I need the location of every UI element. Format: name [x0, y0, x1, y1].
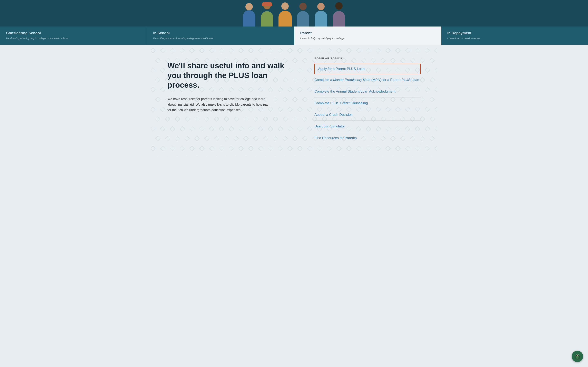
svg-point-6: [576, 355, 577, 356]
main-content: We'll share useful info and walk you thr…: [151, 45, 437, 156]
tab-in-school-desc: I'm in the process of earning a degree o…: [153, 36, 288, 40]
svg-point-13: [576, 356, 579, 359]
topic-appeal-credit-text: Appeal a Credit Decision: [314, 113, 353, 117]
topic-loan-simulator[interactable]: Use Loan Simulator: [314, 121, 421, 132]
owl-icon: [574, 353, 581, 360]
hero-banner: [0, 0, 588, 26]
topic-annual-acknowledgment[interactable]: Complete the Annual Student Loan Acknowl…: [314, 86, 421, 98]
topic-appeal-credit[interactable]: Appeal a Credit Decision: [314, 109, 421, 121]
tab-in-school-title: In School: [153, 31, 288, 35]
tab-in-repayment-desc: I have loans I need to repay.: [447, 36, 582, 40]
page-body-text: We have resources for parents looking to…: [167, 96, 269, 113]
tab-considering-school-desc: I'm thinking about going to college or a…: [6, 36, 141, 40]
svg-marker-2: [576, 353, 577, 354]
topic-resources-parents-text: Find Resources for Parents: [314, 136, 357, 140]
topic-apply-parent-plus[interactable]: Apply for a Parent PLUS Loan: [314, 64, 421, 74]
nav-tabs: Considering School I'm thinking about go…: [0, 26, 588, 45]
hero-illustration: [233, 0, 355, 26]
left-section: We'll share useful info and walk you thr…: [167, 57, 298, 144]
hero-person-6: [331, 2, 347, 26]
tab-parent[interactable]: Parent I want to help my child pay for c…: [294, 26, 441, 45]
tab-considering-school[interactable]: Considering School I'm thinking about go…: [0, 26, 147, 45]
tab-considering-school-title: Considering School: [6, 31, 141, 35]
topic-complete-mpn-italic: Master Promissory Note: [333, 78, 370, 82]
hero-person-3: [277, 2, 293, 26]
topic-loan-simulator-text: Use Loan Simulator: [314, 124, 345, 128]
svg-point-9: [578, 355, 579, 355]
topic-annual-acknowledgment-text: Complete the Annual Student Loan Acknowl…: [314, 90, 396, 93]
tab-parent-desc: I want to help my child pay for college.: [300, 36, 435, 40]
svg-point-8: [577, 355, 577, 355]
popular-topics-label: POPULAR TOPICS: [314, 57, 421, 60]
hero-person-1: [241, 2, 257, 26]
hero-person-5: [313, 2, 329, 26]
topic-plus-credit-counseling[interactable]: Complete PLUS Credit Counseling: [314, 98, 421, 109]
tab-parent-title: Parent: [300, 31, 435, 35]
popular-topics-section: POPULAR TOPICS Apply for a Parent PLUS L…: [314, 57, 421, 144]
topic-complete-mpn[interactable]: Complete a Master Promissory Note (MPN) …: [314, 74, 421, 86]
svg-marker-3: [578, 353, 579, 354]
tab-in-repayment[interactable]: In Repayment I have loans I need to repa…: [441, 26, 588, 45]
topic-resources-parents[interactable]: Find Resources for Parents: [314, 132, 421, 144]
tab-in-school[interactable]: In School I'm in the process of earning …: [147, 26, 294, 45]
svg-point-7: [578, 355, 579, 356]
topic-apply-parent-plus-text: Apply for a Parent PLUS Loan: [318, 67, 365, 71]
tab-in-repayment-title: In Repayment: [447, 31, 582, 35]
owl-mascot-button[interactable]: [572, 351, 583, 362]
page-heading: We'll share useful info and walk you thr…: [167, 61, 298, 90]
hero-person-4: [295, 2, 311, 26]
topic-plus-credit-counseling-text: Complete PLUS Credit Counseling: [314, 101, 368, 105]
hero-person-2: [259, 2, 275, 26]
